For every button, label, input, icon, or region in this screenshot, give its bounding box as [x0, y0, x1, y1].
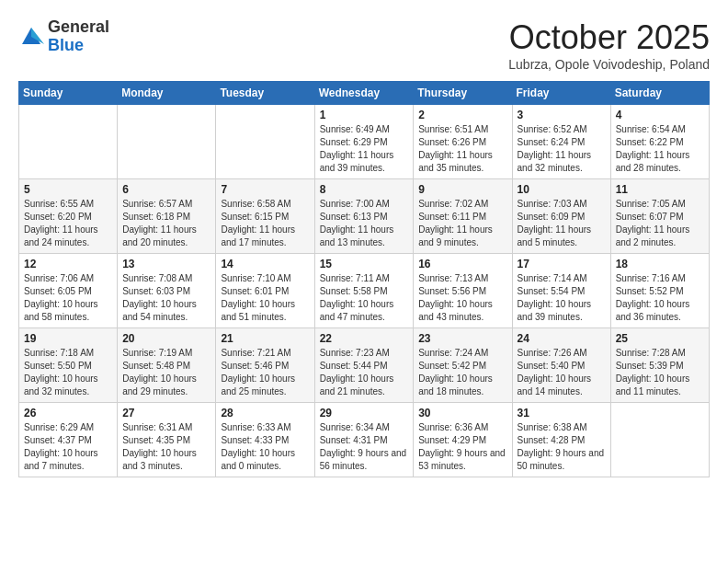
day-info: Sunrise: 7:00 AM Sunset: 6:13 PM Dayligh…	[320, 198, 409, 249]
logo-blue-text: Blue	[48, 37, 109, 55]
day-number: 4	[616, 109, 704, 121]
day-number: 14	[221, 258, 309, 270]
day-info: Sunrise: 6:55 AM Sunset: 6:20 PM Dayligh…	[24, 198, 112, 249]
calendar-cell: 26Sunrise: 6:29 AM Sunset: 4:37 PM Dayli…	[19, 403, 118, 477]
day-number: 21	[221, 332, 309, 345]
calendar-cell: 22Sunrise: 7:23 AM Sunset: 5:44 PM Dayli…	[314, 328, 414, 403]
calendar-cell: 16Sunrise: 7:13 AM Sunset: 5:56 PM Dayli…	[414, 254, 512, 328]
calendar-cell: 1Sunrise: 6:49 AM Sunset: 6:29 PM Daylig…	[314, 105, 414, 179]
day-number: 10	[518, 183, 606, 196]
calendar-cell: 27Sunrise: 6:31 AM Sunset: 4:35 PM Dayli…	[118, 403, 216, 477]
day-number: 29	[320, 407, 409, 419]
calendar-cell: 13Sunrise: 7:08 AM Sunset: 6:03 PM Dayli…	[118, 254, 216, 328]
day-number: 25	[616, 332, 704, 345]
day-number: 22	[320, 332, 409, 345]
logo: General Blue	[18, 18, 109, 55]
calendar-week-row: 5Sunrise: 6:55 AM Sunset: 6:20 PM Daylig…	[19, 179, 710, 254]
weekday-header-monday: Monday	[118, 82, 216, 105]
day-info: Sunrise: 6:31 AM Sunset: 4:35 PM Dayligh…	[122, 421, 210, 473]
day-info: Sunrise: 7:08 AM Sunset: 6:03 PM Dayligh…	[122, 272, 210, 324]
weekday-header-saturday: Saturday	[610, 82, 709, 105]
calendar-cell: 23Sunrise: 7:24 AM Sunset: 5:42 PM Dayli…	[414, 328, 512, 403]
day-info: Sunrise: 6:57 AM Sunset: 6:18 PM Dayligh…	[122, 198, 210, 249]
day-info: Sunrise: 7:24 AM Sunset: 5:42 PM Dayligh…	[418, 347, 506, 398]
calendar-cell: 6Sunrise: 6:57 AM Sunset: 6:18 PM Daylig…	[118, 179, 216, 254]
day-info: Sunrise: 7:28 AM Sunset: 5:39 PM Dayligh…	[616, 347, 704, 398]
calendar-cell: 20Sunrise: 7:19 AM Sunset: 5:48 PM Dayli…	[118, 328, 216, 403]
calendar-cell: 18Sunrise: 7:16 AM Sunset: 5:52 PM Dayli…	[610, 254, 709, 328]
day-number: 12	[24, 258, 112, 270]
logo-icon	[18, 24, 44, 50]
day-info: Sunrise: 6:49 AM Sunset: 6:29 PM Dayligh…	[320, 123, 409, 175]
day-number: 1	[320, 109, 409, 121]
day-info: Sunrise: 6:54 AM Sunset: 6:22 PM Dayligh…	[616, 123, 704, 175]
day-info: Sunrise: 6:33 AM Sunset: 4:33 PM Dayligh…	[221, 421, 309, 473]
day-number: 6	[122, 183, 210, 196]
day-info: Sunrise: 7:16 AM Sunset: 5:52 PM Dayligh…	[616, 272, 704, 324]
day-info: Sunrise: 7:06 AM Sunset: 6:05 PM Dayligh…	[24, 272, 112, 324]
calendar-week-row: 12Sunrise: 7:06 AM Sunset: 6:05 PM Dayli…	[19, 254, 710, 328]
day-info: Sunrise: 7:03 AM Sunset: 6:09 PM Dayligh…	[518, 198, 606, 249]
day-number: 9	[418, 183, 506, 196]
day-number: 5	[24, 183, 112, 196]
day-info: Sunrise: 7:05 AM Sunset: 6:07 PM Dayligh…	[616, 198, 704, 249]
day-info: Sunrise: 7:13 AM Sunset: 5:56 PM Dayligh…	[418, 272, 506, 324]
day-number: 13	[122, 258, 210, 270]
weekday-header-tuesday: Tuesday	[216, 82, 314, 105]
calendar-cell: 21Sunrise: 7:21 AM Sunset: 5:46 PM Dayli…	[216, 328, 314, 403]
day-number: 19	[24, 332, 112, 345]
day-info: Sunrise: 6:29 AM Sunset: 4:37 PM Dayligh…	[24, 421, 112, 473]
day-info: Sunrise: 6:52 AM Sunset: 6:24 PM Dayligh…	[518, 123, 606, 175]
calendar-cell: 31Sunrise: 6:38 AM Sunset: 4:28 PM Dayli…	[512, 403, 610, 477]
day-info: Sunrise: 7:14 AM Sunset: 5:54 PM Dayligh…	[518, 272, 606, 324]
day-info: Sunrise: 7:26 AM Sunset: 5:40 PM Dayligh…	[518, 347, 606, 398]
day-number: 20	[122, 332, 210, 345]
day-info: Sunrise: 6:38 AM Sunset: 4:28 PM Dayligh…	[518, 421, 606, 473]
calendar-cell: 9Sunrise: 7:02 AM Sunset: 6:11 PM Daylig…	[414, 179, 512, 254]
day-info: Sunrise: 7:11 AM Sunset: 5:58 PM Dayligh…	[320, 272, 409, 324]
calendar-week-row: 1Sunrise: 6:49 AM Sunset: 6:29 PM Daylig…	[19, 105, 710, 179]
day-number: 31	[518, 407, 606, 419]
calendar-cell: 11Sunrise: 7:05 AM Sunset: 6:07 PM Dayli…	[610, 179, 709, 254]
weekday-header-row: SundayMondayTuesdayWednesdayThursdayFrid…	[19, 82, 710, 105]
calendar-cell	[19, 105, 118, 179]
day-info: Sunrise: 7:21 AM Sunset: 5:46 PM Dayligh…	[221, 347, 309, 398]
title-area: October 2025 Lubrza, Opole Voivodeship, …	[508, 18, 710, 72]
day-info: Sunrise: 7:18 AM Sunset: 5:50 PM Dayligh…	[24, 347, 112, 398]
calendar-cell: 17Sunrise: 7:14 AM Sunset: 5:54 PM Dayli…	[512, 254, 610, 328]
calendar-cell: 12Sunrise: 7:06 AM Sunset: 6:05 PM Dayli…	[19, 254, 118, 328]
day-info: Sunrise: 6:51 AM Sunset: 6:26 PM Dayligh…	[418, 123, 506, 175]
logo-general-text: General	[48, 18, 109, 37]
weekday-header-sunday: Sunday	[19, 82, 118, 105]
day-number: 26	[24, 407, 112, 419]
day-number: 23	[418, 332, 506, 345]
day-number: 11	[616, 183, 704, 196]
day-info: Sunrise: 7:10 AM Sunset: 6:01 PM Dayligh…	[221, 272, 309, 324]
day-number: 16	[418, 258, 506, 270]
day-number: 28	[221, 407, 309, 419]
day-info: Sunrise: 7:02 AM Sunset: 6:11 PM Dayligh…	[418, 198, 506, 249]
calendar-week-row: 26Sunrise: 6:29 AM Sunset: 4:37 PM Dayli…	[19, 403, 710, 477]
calendar-cell: 4Sunrise: 6:54 AM Sunset: 6:22 PM Daylig…	[610, 105, 709, 179]
weekday-header-friday: Friday	[512, 82, 610, 105]
day-info: Sunrise: 7:23 AM Sunset: 5:44 PM Dayligh…	[320, 347, 409, 398]
calendar-cell: 24Sunrise: 7:26 AM Sunset: 5:40 PM Dayli…	[512, 328, 610, 403]
day-number: 24	[518, 332, 606, 345]
day-number: 17	[518, 258, 606, 270]
weekday-header-thursday: Thursday	[414, 82, 512, 105]
day-number: 18	[616, 258, 704, 270]
day-info: Sunrise: 7:19 AM Sunset: 5:48 PM Dayligh…	[122, 347, 210, 398]
calendar-week-row: 19Sunrise: 7:18 AM Sunset: 5:50 PM Dayli…	[19, 328, 710, 403]
calendar-cell: 15Sunrise: 7:11 AM Sunset: 5:58 PM Dayli…	[314, 254, 414, 328]
day-info: Sunrise: 6:36 AM Sunset: 4:29 PM Dayligh…	[418, 421, 506, 473]
calendar-cell: 5Sunrise: 6:55 AM Sunset: 6:20 PM Daylig…	[19, 179, 118, 254]
day-info: Sunrise: 6:58 AM Sunset: 6:15 PM Dayligh…	[221, 198, 309, 249]
calendar-cell: 28Sunrise: 6:33 AM Sunset: 4:33 PM Dayli…	[216, 403, 314, 477]
day-number: 7	[221, 183, 309, 196]
calendar-cell: 8Sunrise: 7:00 AM Sunset: 6:13 PM Daylig…	[314, 179, 414, 254]
weekday-header-wednesday: Wednesday	[314, 82, 414, 105]
calendar-cell	[610, 403, 709, 477]
calendar-cell	[118, 105, 216, 179]
calendar-cell: 3Sunrise: 6:52 AM Sunset: 6:24 PM Daylig…	[512, 105, 610, 179]
calendar-cell: 19Sunrise: 7:18 AM Sunset: 5:50 PM Dayli…	[19, 328, 118, 403]
